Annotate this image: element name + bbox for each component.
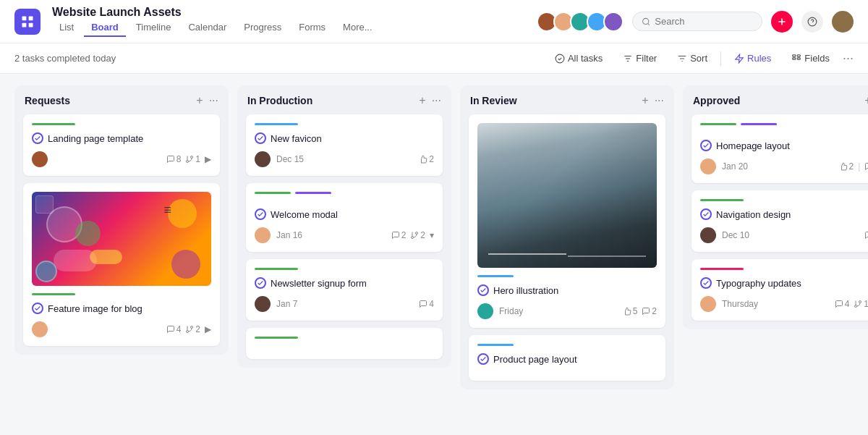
card-meta: 3 — [864, 230, 868, 240]
svg-rect-1 — [29, 16, 33, 20]
card-bar — [700, 199, 744, 201]
branch-icon — [410, 231, 419, 240]
column-requests: Requests + ··· Landing page template 8 — [14, 85, 229, 355]
add-button[interactable] — [771, 11, 793, 33]
question-icon — [807, 17, 817, 27]
card-bar — [255, 123, 298, 125]
card-avatar — [477, 303, 493, 319]
card-newsletter-form: Newsletter signup form Jan 7 4 — [246, 259, 443, 321]
branch-count: 2 — [185, 324, 200, 334]
card-typography-updates: Typography updates Thursday 4 1 ▶ — [692, 259, 868, 321]
svg-rect-3 — [29, 22, 33, 27]
tab-calendar[interactable]: Calendar — [181, 19, 234, 37]
card-meta: 5 2 — [623, 306, 657, 316]
column-production-more[interactable]: ··· — [432, 94, 441, 107]
column-requests-more[interactable]: ··· — [209, 94, 218, 107]
rules-icon — [734, 54, 744, 64]
card-title-row: Newsletter signup form — [255, 277, 434, 289]
card-bar-green — [700, 123, 736, 125]
app-title: Website Launch Assets — [52, 6, 380, 19]
tab-progress[interactable]: Progress — [237, 19, 289, 37]
svg-rect-13 — [797, 54, 800, 56]
card-avatar — [700, 159, 716, 174]
avatar-5[interactable] — [603, 12, 624, 32]
card-date: Jan 16 — [276, 230, 302, 240]
svg-rect-14 — [793, 57, 796, 59]
comment-icon — [419, 300, 427, 308]
branch-icon — [185, 155, 194, 164]
svg-rect-12 — [793, 54, 796, 56]
card-footer: 8 1 ▶ — [32, 151, 211, 167]
card-footer: Dec 15 2 — [255, 151, 434, 167]
rules-button[interactable]: Rules — [727, 49, 778, 67]
column-in-production: In Production + ··· New favicon Dec 15 2 — [237, 85, 451, 368]
card-hero-illustration: Hero illustration Friday 5 2 — [469, 114, 665, 328]
user-avatar[interactable] — [832, 11, 854, 33]
card-title-row: Feature image for blog — [32, 303, 211, 314]
branch-count: 1 — [854, 299, 868, 309]
card-title: Navigation design — [716, 209, 791, 220]
card-landing-page: Landing page template 8 1 ▶ — [23, 114, 220, 176]
card-bar — [255, 268, 298, 270]
card-meta: 4 — [419, 299, 434, 309]
fields-icon — [791, 54, 801, 64]
card-homepage-layout: Homepage layout Jan 20 2 | 4 — [692, 114, 868, 183]
check-icon — [477, 284, 489, 296]
card-title: Product page layout — [493, 354, 577, 365]
dropdown-icon[interactable]: ▾ — [430, 230, 434, 240]
filter-button[interactable]: Filter — [616, 49, 664, 67]
search-input[interactable] — [655, 16, 753, 27]
check-icon — [32, 303, 43, 314]
sort-button[interactable]: Sort — [670, 49, 715, 67]
comment-icon — [166, 155, 175, 164]
tab-forms[interactable]: Forms — [292, 19, 333, 37]
comment-icon — [391, 231, 400, 240]
svg-rect-15 — [797, 57, 800, 59]
column-review-title: In Review — [470, 95, 636, 106]
card-partial — [246, 328, 443, 359]
svg-point-27 — [855, 305, 857, 308]
column-production-title: In Production — [247, 95, 413, 106]
column-production-add[interactable]: + — [419, 95, 425, 106]
tab-timeline[interactable]: Timeline — [129, 19, 179, 37]
card-title: Hero illustration — [493, 285, 558, 296]
card-title: Homepage layout — [716, 140, 790, 151]
search-box[interactable] — [632, 12, 762, 31]
card-title-row: Landing page template — [32, 132, 211, 144]
card-date: Jan 20 — [722, 161, 748, 172]
card-welcome-modal: Welcome modal Jan 16 2 2 ▾ — [246, 183, 443, 252]
branch-count: 2 — [410, 230, 425, 240]
arrow-icon: ▶ — [205, 154, 211, 164]
tab-more[interactable]: More... — [336, 19, 379, 37]
svg-marker-11 — [736, 54, 744, 63]
column-approved-add[interactable]: + — [864, 95, 868, 106]
tab-list[interactable]: List — [52, 19, 81, 37]
column-review-more[interactable]: ··· — [655, 94, 664, 107]
branch-icon — [185, 325, 194, 334]
svg-point-4 — [643, 18, 649, 24]
column-requests-add[interactable]: + — [196, 95, 203, 106]
card-meta: 2 | 4 — [839, 161, 869, 172]
card-avatar — [700, 296, 716, 312]
card-bar — [255, 337, 298, 339]
card-title-row: Product page layout — [477, 353, 657, 365]
tab-board[interactable]: Board — [84, 19, 126, 37]
column-review-add[interactable]: + — [642, 95, 648, 106]
comment-count: 4 — [419, 299, 434, 309]
logo-icon — [20, 14, 35, 29]
column-in-review: In Review + ··· Hero illustration — [460, 85, 674, 389]
svg-line-5 — [648, 23, 650, 25]
filter-label: Filter — [636, 53, 657, 64]
card-new-favicon: New favicon Dec 15 2 — [246, 114, 443, 176]
card-title-row: Navigation design — [700, 208, 868, 220]
comment-icon — [166, 325, 175, 334]
svg-point-21 — [187, 331, 189, 333]
comment-icon — [642, 307, 650, 316]
more-options-button[interactable]: ··· — [843, 51, 854, 66]
column-review-header: In Review + ··· — [469, 94, 665, 107]
all-tasks-button[interactable]: All tasks — [548, 49, 610, 67]
help-button[interactable] — [801, 11, 823, 33]
fields-button[interactable]: Fields — [784, 49, 837, 67]
check-icon — [255, 277, 266, 289]
column-requests-header: Requests + ··· — [23, 94, 220, 107]
